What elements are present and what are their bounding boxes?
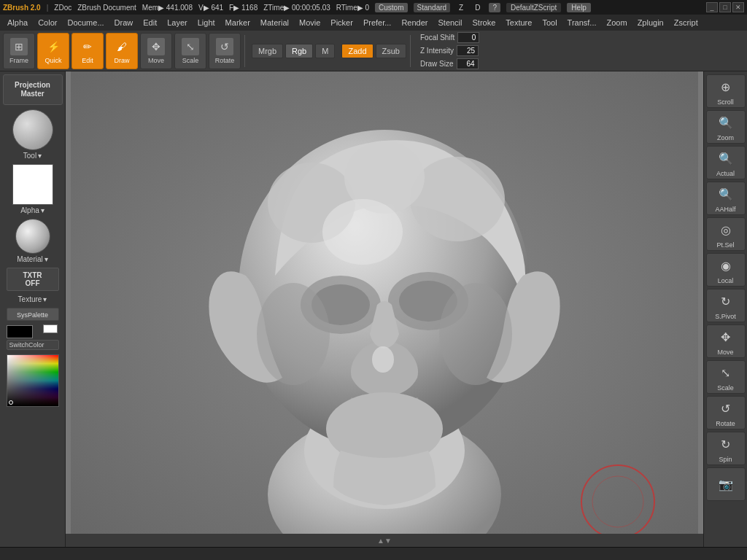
right-btn-scale[interactable]: ⤡Scale [706, 360, 746, 394]
minimize-button[interactable]: _ [706, 2, 718, 12]
right-icon-aahalf: 🔍 [716, 184, 736, 204]
menu-item-zplugin[interactable]: Zplugin [633, 17, 668, 28]
swatch-row [7, 325, 59, 338]
ztime-info: ZTime▶ 00:00:05.03 [263, 4, 330, 12]
alpha-preview[interactable] [12, 164, 53, 205]
menu-item-movie[interactable]: Movie [295, 17, 325, 28]
color-swatch-area: SwitchColor [7, 325, 59, 350]
menu-item-edit[interactable]: Edit [139, 17, 161, 28]
menu-bar: AlphaColorDocume...DrawEditLayerLightMar… [0, 15, 747, 31]
txtr-label: TXTR [23, 271, 42, 279]
zadd-button[interactable]: Zadd [341, 44, 373, 58]
focal-shift-input[interactable] [457, 32, 479, 43]
right-icon-ptsel: ◎ [716, 219, 736, 240]
right-btn-ptsel[interactable]: ◎Pt.Sel [706, 217, 746, 251]
menu-item-stencil[interactable]: Stencil [433, 17, 466, 28]
menu-item-marker[interactable]: Marker [221, 17, 255, 28]
right-btn-camera[interactable]: 📷 [706, 467, 746, 501]
right-btn-aahalf[interactable]: 🔍AAHalf [706, 182, 746, 215]
menu-item-zscript[interactable]: Zscript [670, 17, 703, 28]
z-intensity-input[interactable] [457, 45, 479, 56]
right-btn-scroll[interactable]: ⊕Scroll [706, 74, 746, 108]
zadd-zsub-group: Zadd Zsub [341, 44, 406, 58]
rgb-button[interactable]: Rgb [285, 44, 313, 58]
draw-size-input[interactable] [457, 58, 479, 69]
quick-icon: ⚡ [44, 38, 62, 55]
right-label-move: Move [717, 349, 733, 356]
material-label[interactable]: Material ▾ [17, 255, 48, 263]
alpha-label[interactable]: Alpha ▾ [20, 206, 44, 214]
sys-palette-button[interactable]: SysPalette [7, 308, 59, 321]
script-name: DefaultZScript [506, 3, 561, 12]
foreground-color-swatch[interactable] [7, 325, 33, 338]
menu-item-zoom[interactable]: Zoom [603, 17, 632, 28]
menu-item-light[interactable]: Light [193, 17, 220, 28]
zsub-button[interactable]: Zsub [376, 44, 406, 58]
mode2[interactable]: Standard [414, 3, 451, 12]
menu-item-color[interactable]: Color [34, 17, 61, 28]
txtr-button[interactable]: TXTR OFF [7, 268, 59, 291]
right-btn-rotate[interactable]: ↺Rotate [706, 396, 746, 429]
right-label-local: Local [718, 277, 734, 284]
left-panel: ProjectionMaster Tool ▾ Alpha ▾ Material [0, 71, 66, 547]
switch-color-btn[interactable]: SwitchColor [7, 340, 59, 350]
edit-button[interactable]: ✏ Edit [71, 33, 104, 69]
right-icon-camera: 📷 [716, 474, 736, 494]
right-icon-scroll: ⊕ [716, 77, 736, 97]
tool-preview[interactable] [12, 109, 53, 150]
color-picker[interactable] [7, 354, 59, 407]
title-bar: ZBrush 2.0 | ZDoc ZBrush Document Mem▶ 4… [0, 0, 747, 15]
right-btn-actual[interactable]: 🔍Actual [706, 146, 746, 179]
rotate-icon: ↺ [216, 38, 233, 55]
m-button[interactable]: M [315, 44, 335, 58]
rotate-button[interactable]: ↺ Rotate [209, 33, 241, 69]
projection-master-button[interactable]: ProjectionMaster [3, 74, 63, 105]
draw-size-label: Draw Size [420, 60, 454, 68]
canvas-scroll[interactable]: ▲▼ [66, 534, 703, 547]
right-btn-spivot[interactable]: ↻S.Pivot [706, 289, 746, 322]
mode4[interactable]: D [472, 3, 483, 12]
material-ball[interactable] [15, 219, 50, 254]
draw-button[interactable]: 🖌 Draw [106, 33, 138, 69]
v-info: V▶ 641 [198, 4, 223, 12]
scale-button[interactable]: ⤡ Scale [174, 33, 206, 69]
help-btn[interactable]: Help [567, 3, 591, 12]
mode-buttons: Mrgb Rgb M [252, 44, 335, 58]
maximize-button[interactable]: □ [719, 2, 731, 12]
menu-item-draw[interactable]: Draw [110, 17, 138, 28]
toolbar-divider-1 [244, 35, 245, 67]
mrgb-button[interactable]: Mrgb [252, 44, 283, 58]
menu-item-prefer[interactable]: Prefer... [359, 17, 396, 28]
menu-item-render[interactable]: Render [397, 17, 432, 28]
quick-button[interactable]: ⚡ Quick [37, 33, 69, 69]
svg-point-14 [372, 346, 394, 373]
menu-item-layer[interactable]: Layer [163, 17, 192, 28]
texture-label[interactable]: Texture ▾ [18, 295, 47, 303]
right-btn-spin[interactable]: ↻Spin [706, 432, 746, 465]
move-button[interactable]: ✥ Move [140, 33, 172, 69]
menu-item-texture[interactable]: Texture [501, 17, 536, 28]
menu-item-transf[interactable]: Transf... [563, 17, 601, 28]
menu-item-material[interactable]: Material [256, 17, 293, 28]
right-btn-move[interactable]: ✥Move [706, 324, 746, 358]
help-q[interactable]: ? [489, 3, 500, 12]
background-color-swatch[interactable] [43, 324, 58, 333]
z-intensity-label: Z Intensity [420, 47, 454, 55]
tool-label[interactable]: Tool ▾ [23, 152, 42, 160]
menu-item-picker[interactable]: Picker [326, 17, 357, 28]
frame-button[interactable]: ⊞ Frame [3, 33, 35, 69]
menu-item-stroke[interactable]: Stroke [468, 17, 500, 28]
color-picker-black-overlay [7, 355, 58, 406]
menu-item-docume[interactable]: Docume... [63, 17, 108, 28]
right-btn-local[interactable]: ◉Local [706, 253, 746, 287]
mode3[interactable]: Z [456, 3, 466, 12]
scale-label: Scale [182, 57, 199, 64]
menu-item-alpha[interactable]: Alpha [3, 17, 32, 28]
mode1[interactable]: Custom [375, 3, 407, 12]
right-label-rotate: Rotate [716, 420, 735, 427]
alpha-dropdown-icon: ▾ [41, 206, 44, 214]
close-button[interactable]: ✕ [732, 2, 744, 12]
menu-item-tool[interactable]: Tool [538, 17, 561, 28]
right-btn-zoom[interactable]: 🔍Zoom [706, 110, 746, 144]
canvas-area[interactable]: ▲▼ [66, 71, 703, 547]
